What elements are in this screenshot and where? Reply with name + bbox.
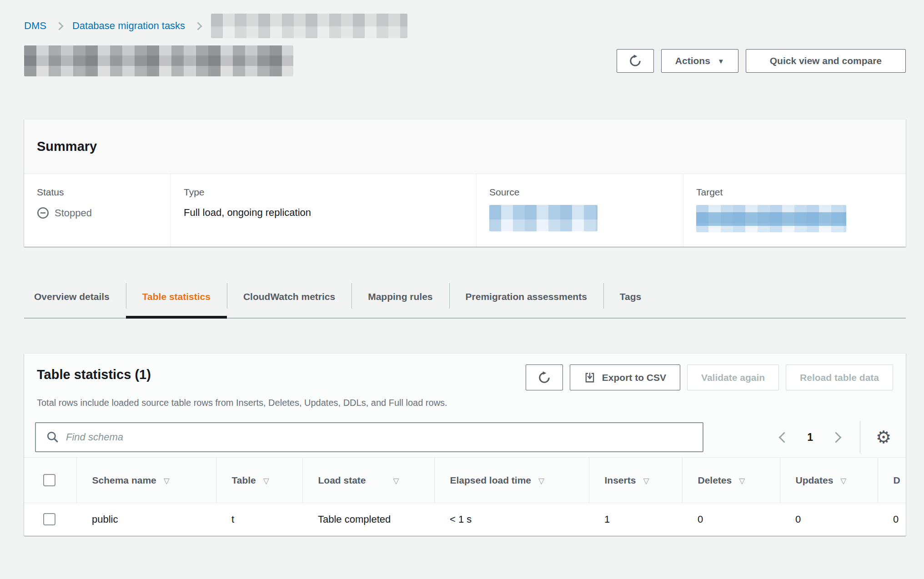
next-page-button[interactable]	[830, 432, 841, 443]
summary-panel: Summary Status Stopped Type Full load,	[24, 119, 906, 247]
type-value: Full load, ongoing replication	[184, 207, 467, 219]
column-header-elapsed-load-time[interactable]: Elapsed load time▽	[434, 458, 589, 503]
sort-icon[interactable]: ▽	[739, 477, 745, 485]
select-all-checkbox[interactable]	[43, 474, 55, 486]
summary-target-field: Target	[683, 174, 906, 247]
summary-source-field: Source	[476, 174, 683, 247]
cell-updates: 0	[780, 503, 878, 536]
page-header: Actions ▼ Quick view and compare	[24, 45, 906, 76]
table-statistics-panel: Table statistics (1)	[24, 353, 906, 536]
column-header-load-state[interactable]: Load state▽	[302, 458, 434, 503]
summary-panel-header: Summary	[24, 120, 906, 174]
target-label: Target	[696, 187, 897, 198]
tab-tags[interactable]: Tags	[603, 276, 658, 318]
column-header-inserts[interactable]: Inserts▽	[589, 458, 682, 503]
redacted-page-title	[24, 45, 293, 76]
actions-button-label: Actions	[675, 55, 710, 66]
cell-schema-name: public	[76, 503, 216, 536]
cell-load-state: Table completed	[302, 503, 434, 536]
breadcrumb: DMS Database migration tasks	[24, 0, 906, 38]
table-statistics-title: Table statistics (1)	[37, 364, 151, 382]
status-text: Stopped	[55, 207, 92, 219]
type-label: Type	[184, 187, 467, 198]
row-checkbox[interactable]	[43, 513, 55, 525]
search-icon	[46, 430, 60, 444]
table-filter-row: 1 ⚙	[24, 408, 906, 454]
actions-button[interactable]: Actions ▼	[661, 49, 738, 73]
tab-premigration-assessments[interactable]: Premigration assessments	[449, 276, 603, 318]
previous-page-button[interactable]	[779, 432, 790, 443]
sort-icon[interactable]: ▽	[263, 477, 269, 485]
table-statistics-description: Total rows include loaded source table r…	[24, 390, 906, 408]
cell-deletes: 0	[682, 503, 780, 536]
refresh-icon	[538, 371, 551, 384]
sort-icon[interactable]: ▽	[840, 477, 846, 485]
redacted-target-endpoint-link[interactable]	[696, 205, 846, 232]
sort-icon[interactable]: ▽	[164, 477, 170, 485]
status-value: Stopped	[37, 207, 161, 219]
task-detail-tabs: Overview details Table statistics CloudW…	[24, 276, 906, 319]
stopped-icon	[37, 207, 49, 219]
column-header-updates[interactable]: Updates▽	[780, 458, 878, 503]
sort-icon[interactable]: ▽	[538, 477, 544, 485]
tab-overview-details[interactable]: Overview details	[24, 276, 126, 318]
table-header-row: Schema name▽ Table▽ Load state▽ Elapsed …	[24, 458, 906, 503]
validate-again-button[interactable]: Validate again	[687, 364, 779, 390]
quick-view-label: Quick view and compare	[770, 55, 882, 66]
reload-table-data-label: Reload table data	[800, 372, 879, 383]
schema-search	[35, 422, 703, 452]
refresh-table-button[interactable]	[526, 364, 563, 390]
chevron-right-icon	[194, 22, 202, 30]
export-to-csv-label: Export to CSV	[602, 372, 666, 383]
column-header-schema-name[interactable]: Schema name▽	[76, 458, 216, 503]
quick-view-and-compare-button[interactable]: Quick view and compare	[746, 49, 906, 73]
summary-title: Summary	[37, 139, 97, 154]
tab-table-statistics[interactable]: Table statistics	[126, 276, 227, 318]
download-icon	[584, 372, 596, 384]
redacted-task-name-breadcrumb	[211, 14, 407, 38]
preferences-gear-icon[interactable]: ⚙	[874, 427, 893, 448]
cell-table: t	[216, 503, 302, 536]
column-header-deletes[interactable]: Deletes▽	[682, 458, 780, 503]
summary-status-field: Status Stopped	[24, 174, 171, 247]
breadcrumb-tasks-link[interactable]: Database migration tasks	[72, 20, 185, 32]
cell-elapsed-load-time: < 1 s	[434, 503, 589, 536]
pagination-divider	[860, 421, 860, 454]
refresh-icon	[629, 55, 642, 67]
validate-again-label: Validate again	[701, 372, 765, 383]
pagination: 1 ⚙	[780, 421, 893, 454]
source-label: Source	[489, 187, 674, 198]
cell-ddls-clipped: 0	[878, 503, 906, 536]
tab-cloudwatch-metrics[interactable]: CloudWatch metrics	[227, 276, 352, 318]
table-statistics-table: Schema name▽ Table▽ Load state▽ Elapsed …	[24, 457, 906, 536]
page-header-actions: Actions ▼ Quick view and compare	[617, 49, 906, 73]
column-header-ddls-clipped[interactable]: D	[878, 458, 906, 503]
breadcrumb-dms-link[interactable]: DMS	[24, 20, 46, 32]
cell-inserts: 1	[589, 503, 682, 536]
find-schema-input[interactable]	[35, 422, 703, 452]
sort-icon[interactable]: ▽	[393, 477, 399, 485]
summary-type-field: Type Full load, ongoing replication	[171, 174, 476, 247]
sort-icon[interactable]: ▽	[643, 477, 649, 485]
summary-panel-body: Status Stopped Type Full load, ongoing r…	[24, 174, 906, 247]
table-row[interactable]: public t Table completed < 1 s 1 0 0 0	[24, 503, 906, 536]
redacted-source-endpoint-link[interactable]	[489, 205, 598, 231]
table-statistics-actions: Export to CSV Validate again Reload tabl…	[526, 364, 893, 390]
caret-down-icon: ▼	[718, 57, 724, 65]
column-header-table[interactable]: Table▽	[216, 458, 302, 503]
tab-mapping-rules[interactable]: Mapping rules	[352, 276, 449, 318]
export-to-csv-button[interactable]: Export to CSV	[570, 364, 680, 390]
dms-task-page: DMS Database migration tasks Actions ▼	[0, 0, 924, 579]
current-page-number: 1	[807, 431, 813, 444]
chevron-right-icon	[55, 22, 63, 30]
refresh-button[interactable]	[617, 49, 654, 73]
status-label: Status	[37, 187, 161, 198]
reload-table-data-button[interactable]: Reload table data	[786, 364, 893, 390]
table-statistics-header: Table statistics (1)	[24, 354, 906, 390]
